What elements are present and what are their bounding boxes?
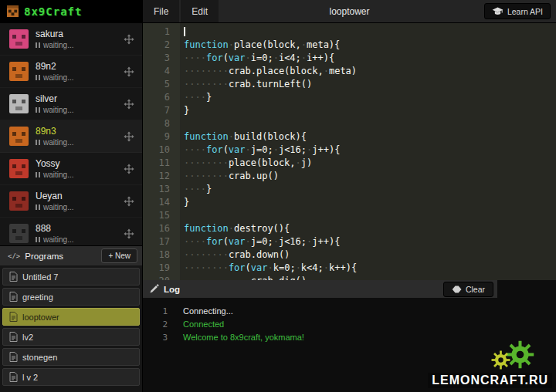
program-list: Untitled 7 greeting looptower lv2 stoneg… (0, 265, 142, 392)
code-line: 3 ····for(var·i=0;·i<4;·i++){ (143, 52, 556, 65)
script-file-icon (9, 272, 18, 282)
player-info: sakura waiting... (36, 29, 117, 49)
code-editor[interactable]: 1 2 function·place(block,·meta){ 3 ····f… (143, 23, 556, 280)
code-text: ········crab.turnLeft() (180, 78, 312, 91)
code-text: ········place(block,·j) (180, 157, 312, 170)
code-line: 11 ········place(block,·j) (143, 157, 556, 170)
learn-api-label: Learn API (507, 7, 543, 16)
code-text: ····} (180, 91, 212, 104)
player-row[interactable]: Ueyan waiting... (0, 185, 142, 218)
move-icon[interactable] (124, 131, 134, 142)
code-text: } (180, 104, 189, 117)
player-row[interactable]: sakura waiting... (0, 23, 142, 56)
move-icon[interactable] (124, 228, 134, 239)
move-icon[interactable] (124, 99, 134, 110)
player-info: Yossy waiting... (36, 158, 117, 179)
code-line: 20 ············crab.dig() (143, 275, 556, 280)
menu-edit[interactable]: Edit (181, 0, 219, 22)
logo-text: 8x9Craft (24, 5, 82, 18)
code-brackets-icon: </> (8, 252, 20, 260)
code-text: ········crab.place(block,·meta) (180, 65, 357, 78)
line-number: 14 (143, 196, 180, 209)
code-text: ····for(var·i=0;·i<4;·i++){ (180, 52, 334, 65)
move-icon[interactable] (124, 34, 134, 45)
program-item[interactable]: looptower (2, 308, 140, 326)
program-item[interactable]: Untitled 7 (2, 268, 140, 286)
move-icon[interactable] (124, 196, 134, 207)
code-text: ····} (180, 183, 212, 196)
log-line-text: Welcome to 8x9craft, yokmama! (177, 331, 304, 344)
player-row[interactable]: 89n3 waiting... (0, 120, 142, 153)
code-text (180, 117, 184, 130)
code-line: 18 ········crab.down() (143, 248, 556, 262)
player-status: waiting... (36, 138, 117, 147)
line-number: 3 (143, 52, 180, 65)
player-name: 888 (36, 223, 117, 234)
new-program-button[interactable]: + New (101, 248, 137, 263)
top-bar: 8x9Craft File Edit looptower Learn API (0, 0, 556, 23)
code-text: function·destroy(){ (180, 222, 290, 235)
program-item[interactable]: l v 2 (2, 368, 140, 386)
player-row[interactable]: silver waiting... (0, 88, 142, 120)
program-name: Untitled 7 (22, 272, 58, 282)
player-status: waiting... (36, 235, 117, 244)
clear-log-button[interactable]: Clear (443, 282, 493, 297)
line-number: 10 (143, 144, 180, 157)
pause-icon (36, 204, 40, 210)
player-avatar (9, 159, 29, 178)
player-status-text: waiting... (43, 138, 73, 147)
script-file-icon (9, 352, 18, 362)
player-avatar (9, 127, 29, 146)
log-line-number: 3 (143, 331, 177, 344)
move-icon[interactable] (124, 164, 134, 174)
move-icon[interactable] (124, 66, 134, 77)
player-row[interactable]: 89n2 waiting... (0, 56, 142, 88)
script-file-icon (9, 372, 18, 382)
code-line: 2 function·place(block,·meta){ (143, 39, 556, 52)
player-status: waiting... (36, 73, 117, 82)
player-list: sakura waiting... 89n2 wait (0, 23, 142, 245)
player-row[interactable]: Yossy waiting... (0, 153, 142, 185)
code-line: 16 function·destroy(){ (143, 222, 556, 235)
player-info: 888 waiting... (36, 223, 117, 244)
line-number: 8 (143, 117, 180, 130)
code-text: function·build(block){ (180, 130, 307, 144)
player-name: 89n2 (36, 61, 117, 72)
player-status-text: waiting... (43, 203, 73, 211)
program-name: greeting (22, 292, 53, 302)
menu-file[interactable]: File (143, 0, 179, 22)
program-name: stonegen (22, 353, 57, 362)
program-item[interactable]: stonegen (2, 348, 140, 366)
program-item[interactable]: greeting (2, 288, 140, 306)
line-number: 13 (143, 183, 180, 196)
player-status-text: waiting... (43, 171, 73, 179)
player-name: Yossy (36, 158, 117, 169)
code-text: ············crab.dig() (180, 275, 307, 280)
log-row: 2 Connected (143, 318, 556, 331)
player-name: Ueyan (36, 191, 117, 201)
line-number: 18 (143, 248, 180, 262)
code-text: ····for(var·j=0;·j<16;·j++){ (180, 144, 340, 157)
learn-api-button[interactable]: Learn API (484, 3, 551, 19)
player-row[interactable]: 888 waiting... (0, 218, 142, 245)
programs-title: Programs (25, 252, 63, 261)
code-line: 17 ····for(var·j=0;·j<16;·j++){ (143, 235, 556, 248)
pause-icon (36, 140, 40, 145)
player-name: 89n3 (36, 126, 117, 137)
line-number: 12 (143, 170, 180, 183)
line-number: 20 (143, 275, 180, 280)
line-number: 5 (143, 78, 180, 91)
code-line: 15 (143, 209, 556, 222)
program-name: l v 2 (22, 373, 38, 382)
code-line: 1 (143, 25, 556, 39)
player-status: waiting... (36, 106, 117, 114)
line-number: 7 (143, 104, 180, 117)
graduation-cap-icon (492, 7, 503, 15)
pencil-log-icon (149, 284, 159, 294)
player-info: silver waiting... (36, 93, 117, 114)
menu-bar: File Edit looptower Learn API (143, 0, 556, 22)
line-number: 19 (143, 262, 180, 275)
pause-icon (36, 75, 40, 80)
program-item[interactable]: lv2 (2, 328, 140, 346)
pause-icon (36, 172, 40, 177)
